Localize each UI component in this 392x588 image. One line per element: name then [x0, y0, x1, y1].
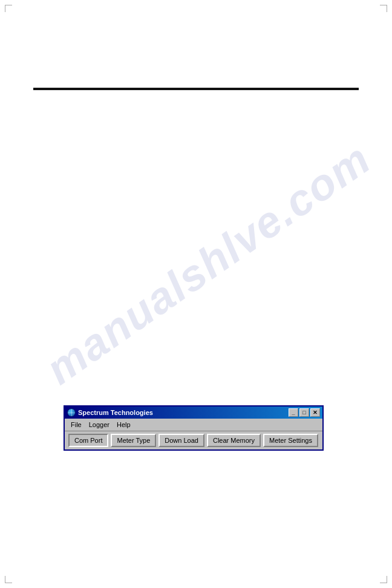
- window-icon: [67, 408, 76, 417]
- close-button[interactable]: ✕: [310, 408, 320, 417]
- window-title: Spectrum Technologies: [78, 409, 153, 416]
- clear-memory-button[interactable]: Clear Memory: [207, 434, 261, 447]
- menu-file[interactable]: File: [67, 420, 85, 430]
- minimize-button[interactable]: _: [289, 408, 298, 417]
- watermark: manualshlve.com: [48, 121, 368, 407]
- spectrum-technologies-window: Spectrum Technologies _ □ ✕ File Logger …: [64, 405, 324, 451]
- titlebar-controls: _ □ ✕: [289, 408, 320, 417]
- meter-type-button[interactable]: Meter Type: [111, 434, 156, 447]
- toolbar: Com Port Meter Type Down Load Clear Memo…: [65, 431, 322, 449]
- com-port-button[interactable]: Com Port: [68, 434, 108, 447]
- menu-logger[interactable]: Logger: [85, 420, 113, 430]
- watermark-text: manualshlve.com: [37, 134, 380, 394]
- window-titlebar: Spectrum Technologies _ □ ✕: [65, 407, 322, 419]
- corner-mark-tl: [5, 5, 12, 12]
- meter-settings-button[interactable]: Meter Settings: [263, 434, 318, 447]
- download-button[interactable]: Down Load: [158, 434, 204, 447]
- corner-mark-bl: [5, 576, 12, 583]
- maximize-button[interactable]: □: [299, 408, 309, 417]
- corner-mark-tr: [380, 5, 387, 12]
- globe-icon: [67, 408, 76, 417]
- titlebar-left: Spectrum Technologies: [67, 408, 153, 417]
- top-rule: [33, 88, 359, 90]
- menubar: File Logger Help: [65, 419, 322, 431]
- corner-mark-br: [380, 576, 387, 583]
- menu-help[interactable]: Help: [113, 420, 134, 430]
